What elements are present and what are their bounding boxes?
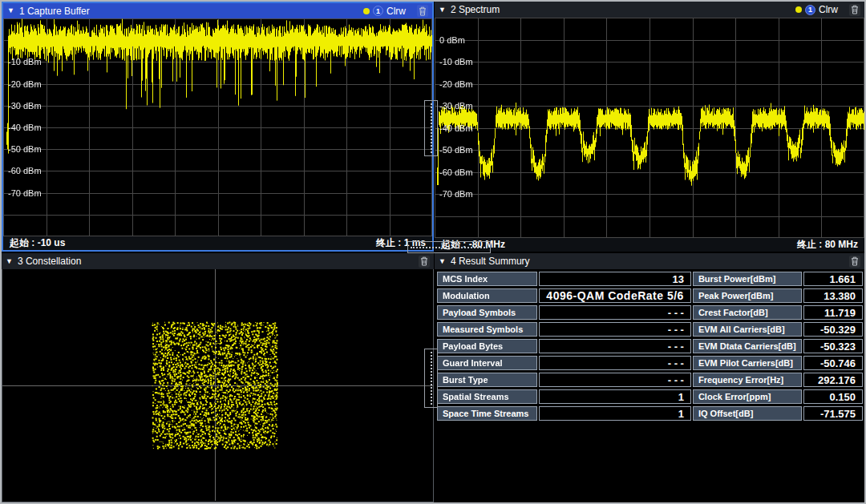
result-value-cell: 13.380 (803, 288, 863, 303)
table-row: Measured Symbols - - - EVM All Carriers[… (437, 322, 863, 337)
result-label-cell: Frequency Error[Hz] (693, 373, 802, 387)
splitter-vertical-top[interactable] (424, 100, 438, 156)
y-axis-label: -50 dBm (8, 143, 42, 155)
result-label-cell: IQ Offset[dB] (693, 406, 802, 421)
trash-icon (851, 5, 859, 14)
window-capture-buffer: ▼ 1 Capture Buffer 1 Clrw -10 dBm-20 dBm… (2, 2, 434, 252)
result-label-cell: EVM Dtata Carriers[dB] (693, 339, 802, 353)
capture-buffer-canvas (3, 18, 432, 236)
trace-legend[interactable]: 1 Clrw (363, 6, 406, 17)
splitter-vertical-bottom[interactable] (424, 349, 438, 408)
y-axis-label: -20 dBm (8, 79, 42, 90)
result-value-cell: -50.746 (803, 356, 863, 370)
trash-icon (420, 256, 428, 266)
window-title: 4 Result Summury (451, 256, 530, 267)
window-result-summary: ▼ 4 Result Summury MCS Index 13 Burst Po… (435, 253, 864, 502)
window-constellation: ▼ 3 Constellation (2, 253, 434, 502)
result-value-cell: -50.329 (803, 322, 863, 337)
y-axis-label: -30 dBm (8, 100, 42, 111)
delete-window-button[interactable] (419, 256, 430, 268)
y-axis-label: -70 dBm (439, 188, 473, 200)
y-axis-label: 0 dBm (439, 34, 465, 46)
result-label-cell: Burst Power[dBm] (693, 272, 802, 286)
spectrum-titlebar[interactable]: ▼ 2 Spectrum 1 Clrw (435, 2, 864, 18)
collapse-icon[interactable]: ▼ (7, 7, 14, 14)
result-value-cell: - - - (539, 373, 691, 387)
table-row: Payload Symbols - - - Crest Factor[dB] 1… (437, 305, 863, 320)
y-axis-label: -30 dBm (439, 100, 473, 111)
table-row: Space Time Streams 1 IQ Offset[dB] -71.5… (437, 406, 863, 421)
capture-buffer-xaxis: 起始 : -10 us 终止 : 1 ms (3, 236, 432, 250)
result-value-cell: 11.719 (803, 305, 863, 320)
result-value-cell: -50.323 (803, 339, 863, 353)
result-label-cell: Payload Bytes (437, 339, 537, 353)
result-summary-titlebar[interactable]: ▼ 4 Result Summury (435, 253, 864, 269)
result-value-cell: -71.575 (803, 406, 863, 421)
result-label-cell: Guard Interval (437, 356, 537, 370)
x-end-label: 终止 : 80 MHz (797, 238, 858, 252)
result-label-cell: Peak Power[dBm] (693, 288, 802, 303)
result-label-cell: Burst Type (437, 373, 537, 387)
trash-icon (851, 256, 859, 266)
trace-color-dot-icon (795, 6, 802, 13)
spectrum-plot[interactable]: 0 dBm-10 dBm-20 dBm-30 dBm-40 dBm-50 dBm… (435, 18, 864, 238)
constellation-titlebar[interactable]: ▼ 3 Constellation (2, 253, 434, 269)
x-start-label: 起始 : -10 us (10, 236, 65, 250)
result-value-cell: - - - (539, 356, 691, 370)
spectrum-canvas (435, 18, 864, 238)
result-label-cell: Space Time Streams (437, 406, 537, 421)
result-value-cell: 13 (539, 272, 691, 286)
result-label-cell: Measured Symbols (437, 322, 537, 337)
delete-window-button[interactable] (849, 256, 860, 268)
trace-mode-label: Clrw (386, 6, 406, 17)
trace-color-dot-icon (363, 8, 370, 14)
constellation-plot[interactable] (2, 269, 434, 502)
y-axis-label: -60 dBm (439, 167, 473, 178)
y-axis-label: -60 dBm (8, 165, 42, 176)
result-label-cell: MCS Index (437, 272, 537, 286)
y-axis-label: -10 dBm (8, 56, 42, 67)
table-row: MCS Index 13 Burst Power[dBm] 1.661 (437, 272, 863, 286)
window-title: 3 Constellation (18, 256, 81, 267)
capture-buffer-titlebar[interactable]: ▼ 1 Capture Buffer 1 Clrw (3, 3, 432, 18)
window-spectrum: ▼ 2 Spectrum 1 Clrw 0 dBm-10 dBm-20 dBm-… (435, 2, 864, 252)
window-title: 2 Spectrum (451, 4, 500, 15)
result-value-cell: 4096-QAM CodeRate 5/6 (539, 288, 691, 303)
result-value-cell: - - - (539, 339, 691, 353)
result-value-cell: - - - (539, 305, 691, 320)
trace-legend[interactable]: 1 Clrw (795, 4, 838, 15)
window-title: 1 Capture Buffer (19, 6, 90, 17)
y-axis-label: -40 dBm (439, 123, 473, 134)
analyzer-screen: ▼ 1 Capture Buffer 1 Clrw -10 dBm-20 dBm… (0, 0, 866, 504)
y-axis-label: -70 dBm (8, 187, 42, 199)
collapse-icon[interactable]: ▼ (6, 258, 13, 265)
result-label-cell: Payload Symbols (437, 305, 537, 320)
collapse-icon[interactable]: ▼ (439, 258, 446, 265)
table-row: Payload Bytes - - - EVM Dtata Carriers[d… (437, 339, 863, 353)
delete-window-button[interactable] (849, 4, 860, 16)
splitter-horizontal-center[interactable] (407, 241, 491, 253)
table-row: Guard Interval - - - EVM Pilot Carriers[… (437, 356, 863, 370)
result-label-cell: Clock Error[ppm] (693, 389, 802, 404)
y-axis-label: -50 dBm (439, 144, 473, 155)
result-value-cell: 0.150 (803, 389, 863, 404)
result-value-cell: 1.661 (803, 272, 863, 286)
y-axis-label: -20 dBm (439, 79, 473, 90)
table-row: Modulation 4096-QAM CodeRate 5/6 Peak Po… (437, 288, 863, 303)
result-label-cell: EVM All Carriers[dB] (693, 322, 802, 337)
result-summary-table: MCS Index 13 Burst Power[dBm] 1.661 Modu… (435, 269, 864, 423)
table-row: Spatial Streams 1 Clock Error[ppm] 0.150 (437, 389, 863, 404)
collapse-icon[interactable]: ▼ (439, 6, 446, 14)
table-row: Burst Type - - - Frequency Error[Hz] 292… (437, 373, 863, 387)
delete-window-button[interactable] (417, 5, 428, 17)
result-value-cell: 292.176 (803, 373, 863, 387)
result-label-cell: EVM Pilot Carriers[dB] (693, 356, 802, 370)
y-axis-label: -40 dBm (8, 122, 42, 133)
trace-number-badge: 1 (373, 6, 383, 16)
trace-mode-label: Clrw (819, 4, 838, 15)
constellation-canvas (2, 269, 433, 501)
result-label-cell: Crest Factor[dB] (693, 305, 802, 320)
result-label-cell: Modulation (437, 288, 537, 303)
result-value-cell: 1 (539, 389, 691, 404)
capture-buffer-plot[interactable]: -10 dBm-20 dBm-30 dBm-40 dBm-50 dBm-60 d… (3, 18, 432, 236)
